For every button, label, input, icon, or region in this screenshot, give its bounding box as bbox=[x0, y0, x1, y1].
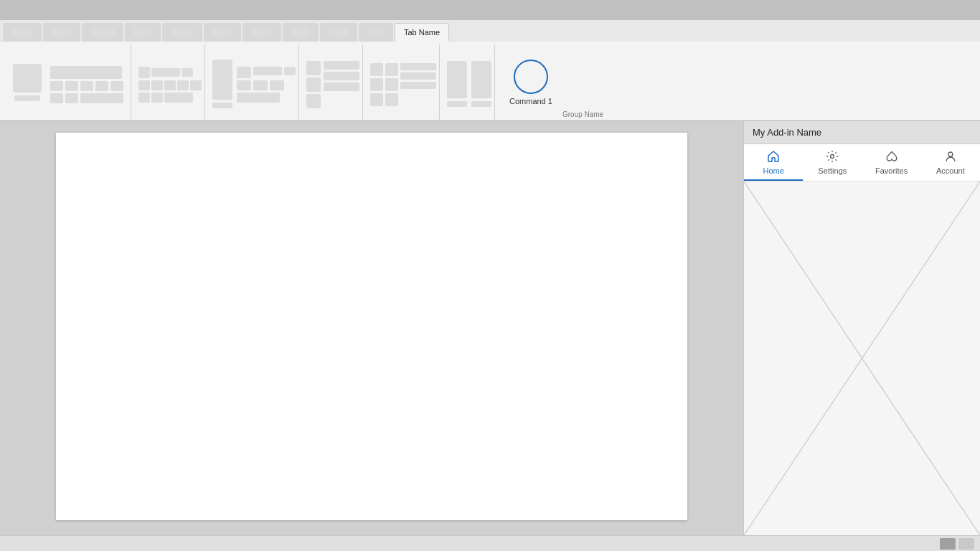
addin-panel: My Add-in Name Home Settin bbox=[743, 121, 980, 535]
addin-nav-account-label: Account bbox=[936, 166, 965, 175]
ribbon-content: Command 1 Group Name bbox=[0, 42, 980, 121]
addin-nav: Home Settings Favorites bbox=[744, 144, 980, 182]
tab-3[interactable] bbox=[82, 23, 123, 42]
main-area: My Add-in Name Home Settin bbox=[0, 121, 980, 535]
addin-nav-home[interactable]: Home bbox=[744, 144, 803, 181]
tab-4[interactable] bbox=[125, 23, 161, 42]
tab-name[interactable]: Tab Name bbox=[395, 23, 449, 42]
view-normal-button[interactable] bbox=[940, 538, 956, 550]
addin-nav-favorites-label: Favorites bbox=[875, 166, 908, 175]
tab-name-label: Tab Name bbox=[404, 28, 440, 37]
ribbon-section-4 bbox=[303, 44, 363, 120]
addin-nav-favorites[interactable]: Favorites bbox=[862, 144, 921, 181]
tab-2[interactable] bbox=[43, 23, 80, 42]
tab-8[interactable] bbox=[283, 23, 319, 42]
ribbon-section-2 bbox=[136, 44, 205, 120]
doc-area bbox=[0, 121, 743, 535]
command1-icon bbox=[514, 60, 548, 94]
tab-7[interactable] bbox=[242, 23, 281, 42]
addin-title-bar: My Add-in Name bbox=[744, 121, 980, 144]
favorites-icon bbox=[885, 150, 898, 165]
tab-1[interactable] bbox=[3, 23, 42, 42]
tab-9[interactable] bbox=[320, 23, 357, 42]
status-bar bbox=[0, 535, 980, 551]
ribbon-section-1 bbox=[6, 44, 131, 120]
account-icon bbox=[944, 150, 957, 165]
tab-5[interactable] bbox=[162, 23, 202, 42]
tab-6[interactable] bbox=[204, 23, 241, 42]
addin-title: My Add-in Name bbox=[753, 127, 821, 138]
ribbon: Tab Name bbox=[0, 20, 980, 121]
tab-bar: Tab Name bbox=[0, 20, 980, 42]
addin-content bbox=[744, 182, 980, 535]
document-page bbox=[56, 133, 687, 520]
home-icon bbox=[767, 150, 780, 165]
ribbon-section-command1: Command 1 Group Name bbox=[499, 44, 606, 120]
svg-point-1 bbox=[948, 152, 953, 156]
group-name-label: Group Name bbox=[562, 110, 603, 120]
view-outline-button[interactable] bbox=[958, 538, 974, 550]
addin-nav-account[interactable]: Account bbox=[921, 144, 980, 181]
settings-icon bbox=[826, 150, 839, 165]
ribbon-section-5 bbox=[367, 44, 440, 120]
svg-point-0 bbox=[831, 155, 834, 159]
ribbon-section-6 bbox=[444, 44, 495, 120]
addin-nav-settings[interactable]: Settings bbox=[803, 144, 862, 181]
addin-nav-home-label: Home bbox=[763, 166, 783, 175]
command1-label: Command 1 bbox=[509, 97, 552, 105]
ribbon-section-3 bbox=[209, 44, 299, 120]
title-bar bbox=[0, 0, 980, 20]
command1-button[interactable]: Command 1 bbox=[502, 57, 560, 108]
tab-10[interactable] bbox=[359, 23, 393, 42]
addin-nav-settings-label: Settings bbox=[819, 166, 847, 175]
